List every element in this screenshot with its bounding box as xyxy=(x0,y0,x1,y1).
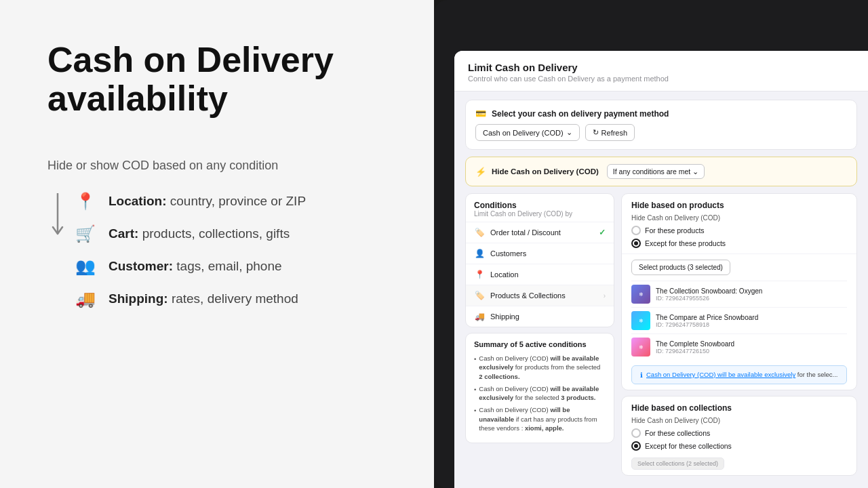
radio-for-collections-circle xyxy=(631,428,641,438)
customer-icon: 👥 xyxy=(75,257,96,276)
summary-card: Summary of 5 active conditions • Cash on… xyxy=(465,333,614,443)
product-name-3: The Complete Snowboard xyxy=(656,340,847,348)
conditions-column: Conditions Limit Cash on Delivery (COD) … xyxy=(465,193,614,480)
products-card-title: Hide based on products xyxy=(631,201,847,210)
conditions-header: Conditions Limit Cash on Delivery (COD) … xyxy=(466,194,614,222)
summary-item-2: • Cash on Delivery (COD) will be availab… xyxy=(474,384,606,403)
app-window: Limit Cash on Delivery Control who can u… xyxy=(454,51,868,488)
cod-select-button[interactable]: Cash on Delivery (COD) ⌄ xyxy=(475,124,580,141)
hide-section: ⚡ Hide Cash on Delivery (COD) If any con… xyxy=(465,157,857,186)
condition-item-products[interactable]: 🏷️ Products & Collections › xyxy=(466,285,614,306)
subtitle: Hide or show COD based on any condition xyxy=(47,159,393,173)
right-panel: Limit Cash on Delivery Control who can u… xyxy=(434,0,868,488)
collections-radio-group: For these collections Except for these c… xyxy=(631,428,847,451)
info-banner: ℹ Cash on Delivery (COD) will be availab… xyxy=(631,365,847,384)
location-icon: 📍 xyxy=(75,192,96,211)
feature-customer: 👥 Customer: tags, email, phone xyxy=(75,257,306,276)
radio-except-products[interactable]: Except for these products xyxy=(631,239,847,248)
cart-icon: 🛒 xyxy=(75,224,96,243)
bullet-icon-3: • xyxy=(474,406,476,415)
payment-row[interactable]: Cash on Delivery (COD) ⌄ ↻ Refresh xyxy=(475,124,847,141)
two-column-layout: Conditions Limit Cash on Delivery (COD) … xyxy=(465,193,857,480)
bullet-icon-2: • xyxy=(474,385,476,394)
feature-list: 📍 Location: country, province or ZIP 🛒 C… xyxy=(75,192,306,308)
conditions-dropdown[interactable]: If any conditions are met ⌄ xyxy=(607,164,705,179)
summary-item-3: • Cash on Delivery (COD) will be unavail… xyxy=(474,405,606,432)
collections-card-header: Hide based on collections Hide Cash on D… xyxy=(622,396,856,475)
person-icon: 👤 xyxy=(474,249,485,258)
radio-except-collections[interactable]: Except for these collections xyxy=(631,441,847,451)
radio-for-products-label: For these products xyxy=(645,226,705,235)
product-item-3: ❄ The Complete Snowboard ID: 72962477261… xyxy=(631,333,847,360)
hide-section-label: Hide Cash on Delivery (COD) xyxy=(492,167,599,176)
left-panel: Cash on Delivery availability Hide or sh… xyxy=(0,0,434,488)
checkmark-icon: ✓ xyxy=(599,228,606,237)
feature-cart-text: Cart: products, collections, gifts xyxy=(108,226,290,241)
payment-method-card: 💳 Select your cash on delivery payment m… xyxy=(465,100,857,150)
refresh-button[interactable]: ↻ Refresh xyxy=(585,124,635,141)
product-item-1: ❄ The Collection Snowboard: Oxygen ID: 7… xyxy=(631,281,847,307)
product-id-1: ID: 7296247955526 xyxy=(656,295,847,302)
summary-text-3: Cash on Delivery (COD) will be unavailab… xyxy=(479,405,606,432)
bullet-icon-1: • xyxy=(474,354,476,363)
condition-location-label: Location xyxy=(490,270,606,279)
hide-cod-label: Hide Cash on Delivery (COD) xyxy=(631,214,847,222)
condition-item-order-total[interactable]: 🏷️ Order total / Discount ✓ xyxy=(466,222,614,243)
product-thumb-1: ❄ xyxy=(631,285,650,304)
product-radio-group: For these products Except for these prod… xyxy=(631,226,847,248)
radio-except-collections-label: Except for these collections xyxy=(645,442,732,450)
truck-icon: 🚚 xyxy=(474,312,485,321)
refresh-icon: ↻ xyxy=(593,128,599,137)
feature-cart: 🛒 Cart: products, collections, gifts xyxy=(75,224,306,243)
product-thumb-3: ❄ xyxy=(631,338,650,357)
pin-icon: 📍 xyxy=(474,270,485,279)
product-info-3: The Complete Snowboard ID: 7296247726150 xyxy=(656,340,847,354)
feature-shipping-text: Shipping: rates, delivery method xyxy=(108,291,298,306)
product-id-2: ID: 7296247758918 xyxy=(656,321,847,328)
summary-title: Summary of 5 active conditions xyxy=(474,340,606,348)
payment-title-row: 💳 Select your cash on delivery payment m… xyxy=(475,108,847,119)
select-collections-button[interactable]: Select collections (2 selected) xyxy=(631,458,724,470)
summary-item-1: • Cash on Delivery (COD) will be availab… xyxy=(474,354,606,381)
products-collections-column: Hide based on products Hide Cash on Deli… xyxy=(621,193,857,480)
feature-location: 📍 Location: country, province or ZIP xyxy=(75,192,306,211)
radio-for-collections[interactable]: For these collections xyxy=(631,428,847,438)
summary-text-2: Cash on Delivery (COD) will be available… xyxy=(479,384,606,403)
collections-hide-cod-label: Hide Cash on Delivery (COD) xyxy=(631,417,847,424)
main-title: Cash on Delivery availability xyxy=(47,41,393,118)
payment-icon: 💳 xyxy=(475,108,486,119)
radio-for-products[interactable]: For these products xyxy=(631,226,847,235)
feature-shipping: 🚚 Shipping: rates, delivery method xyxy=(75,289,306,308)
products-card: Hide based on products Hide Cash on Deli… xyxy=(621,193,857,390)
condition-order-total-label: Order total / Discount xyxy=(490,228,593,237)
condition-item-location[interactable]: 📍 Location xyxy=(466,264,614,285)
collections-card: Hide based on collections Hide Cash on D… xyxy=(621,396,857,476)
dropdown-chevron-icon: ⌄ xyxy=(692,167,698,176)
warning-icon: ⚡ xyxy=(475,167,486,177)
radio-except-products-label: Except for these products xyxy=(645,239,726,247)
chevron-right-icon: › xyxy=(604,292,606,300)
condition-item-shipping[interactable]: 🚚 Shipping xyxy=(466,306,614,327)
chevron-down-icon: ⌄ xyxy=(566,128,572,137)
info-icon: ℹ xyxy=(640,371,643,379)
feature-location-text: Location: country, province or ZIP xyxy=(108,194,306,209)
conditions-card: Conditions Limit Cash on Delivery (COD) … xyxy=(465,193,614,327)
summary-text-1: Cash on Delivery (COD) will be available… xyxy=(479,354,606,381)
condition-item-customers[interactable]: 👤 Customers xyxy=(466,243,614,264)
product-thumb-2: ❄ xyxy=(631,311,650,330)
radio-for-products-circle xyxy=(631,226,641,235)
feature-customer-text: Customer: tags, email, phone xyxy=(108,259,282,274)
info-text-blue: Cash on Delivery (COD) will be available… xyxy=(646,371,795,378)
tablet-frame: Limit Cash on Delivery Control who can u… xyxy=(434,0,868,488)
info-text: Cash on Delivery (COD) will be available… xyxy=(646,371,837,378)
product-name-1: The Collection Snowboard: Oxygen xyxy=(656,287,847,295)
condition-shipping-label: Shipping xyxy=(490,312,606,321)
select-products-button[interactable]: Select products (3 selected) xyxy=(631,260,730,275)
collection-icon: 🏷️ xyxy=(474,291,485,300)
collections-card-title: Hide based on collections xyxy=(631,403,847,413)
condition-customers-label: Customers xyxy=(490,249,606,258)
product-info-1: The Collection Snowboard: Oxygen ID: 729… xyxy=(656,287,847,302)
shipping-icon: 🚚 xyxy=(75,289,96,308)
condition-products-label: Products & Collections xyxy=(490,291,598,300)
conditions-title: Conditions xyxy=(474,201,606,210)
